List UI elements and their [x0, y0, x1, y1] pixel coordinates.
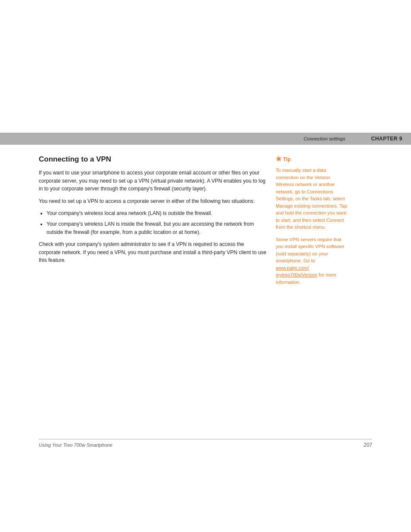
- tip-header-row: ✳ Tip: [276, 155, 349, 163]
- main-content: Connecting to a VPN If you want to use y…: [39, 155, 267, 269]
- tip-link[interactable]: www.palm.com/mytreo700wVerizon: [276, 265, 318, 278]
- header-chapter: CHAPTER 9: [371, 136, 402, 142]
- tip-label: Tip: [283, 156, 291, 162]
- paragraph-1: If you want to use your smartphone to ac…: [39, 169, 267, 193]
- bullet-item-2: Your company's wireless LAN is inside th…: [47, 220, 267, 236]
- paragraph-2: You need to set up a VPN to access a cor…: [39, 197, 267, 205]
- footer-page-number: 207: [364, 442, 372, 448]
- section-title: Connecting to a VPN: [39, 155, 267, 164]
- bullet-list: Your company's wireless local area netwo…: [39, 209, 267, 236]
- page-wrapper: Connection settings CHAPTER 9 Connecting…: [0, 0, 411, 532]
- tip-sidebar: ✳ Tip To manually start a data connectio…: [276, 155, 349, 291]
- tip-asterisk-icon: ✳: [276, 155, 281, 163]
- footer-left: Using Your Treo 700w Smartphone: [39, 442, 112, 448]
- paragraph-3: Check with your company's system adminis…: [39, 240, 267, 264]
- tip-text-1: To manually start a data connection on t…: [276, 167, 349, 231]
- tip-text-2: Some VPN servers require that you instal…: [276, 236, 349, 286]
- header-bar: Connection settings CHAPTER 9: [0, 133, 411, 145]
- header-connection-settings: Connection settings: [304, 136, 346, 141]
- bullet-item-1: Your company's wireless local area netwo…: [47, 209, 267, 218]
- footer: Using Your Treo 700w Smartphone 207: [39, 439, 372, 448]
- tip-text-2-before: Some VPN servers require that you instal…: [276, 237, 344, 264]
